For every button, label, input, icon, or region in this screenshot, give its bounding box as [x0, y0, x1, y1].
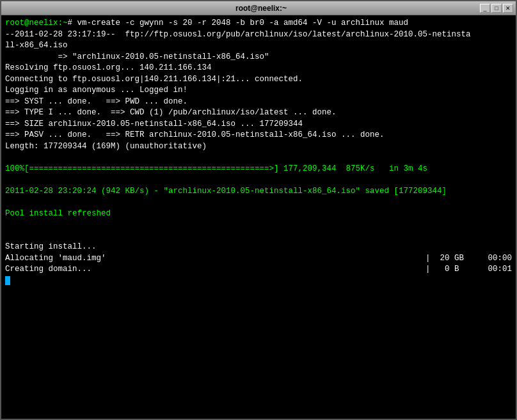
terminal-line: Resolving ftp.osuosl.org... 140.211.166.… [5, 63, 512, 74]
terminal-line: Connecting to ftp.osuosl.org|140.211.166… [5, 74, 512, 86]
terminal-line: ll-x86_64.iso [5, 40, 512, 52]
terminal-cursor-line [5, 276, 512, 287]
close-button[interactable]: ✕ [503, 4, 513, 13]
terminal-line-left: Creating domain... [5, 264, 91, 276]
terminal-cursor [5, 276, 10, 285]
terminal-line: 2011-02-28 23:20:24 (942 KB/s) - "archli… [5, 186, 512, 198]
terminal-allocating-line: Allocating 'maud.img'| 20 GB 00:00 [5, 253, 512, 265]
terminal-line-left: Allocating 'maud.img' [5, 253, 106, 265]
minimize-button[interactable]: _ [480, 4, 490, 13]
terminal-line: => "archlinux-2010.05-netinstall-x86_64.… [5, 52, 512, 63]
window-title: root@neelix:~ [42, 4, 480, 13]
terminal-line: Logging in as anonymous ... Logged in! [5, 85, 512, 97]
terminal-line: ==> PASV ... done. ==> RETR archlinux-20… [5, 130, 512, 141]
terminal-line-right: | 0 B 00:01 [426, 264, 512, 276]
title-bar: root@neelix:~ _ □ ✕ [1, 1, 516, 15]
terminal-body[interactable]: root@neelix:~# vm-create -c gwynn -s 20 … [1, 15, 516, 419]
terminal-pool-refresh: Pool install refreshed [5, 208, 512, 220]
terminal-line: ==> SYST ... done. ==> PWD ... done. [5, 97, 512, 108]
terminal-line: Length: 177209344 (169M) (unauthoritativ… [5, 141, 512, 153]
terminal-creating-line: Creating domain...| 0 B 00:01 [5, 264, 512, 276]
terminal-line-blank [5, 197, 512, 208]
terminal-line: ==> SIZE archlinux-2010.05-netinstall-x8… [5, 119, 512, 130]
terminal-line-blank [5, 219, 512, 231]
maximize-button[interactable]: □ [491, 4, 502, 13]
window-controls: _ □ ✕ [480, 4, 513, 13]
terminal-line: --2011-02-28 23:17:19-- ftp://ftp.osuosl… [5, 29, 512, 41]
prompt-text: root@neelix:~ [5, 19, 68, 27]
terminal-line-blank [5, 175, 512, 186]
terminal-line: ==> TYPE I ... done. ==> CWD (1) /pub/ar… [5, 107, 512, 119]
terminal-progress-line: 100%[===================================… [5, 164, 512, 175]
terminal-line-blank [5, 152, 512, 164]
terminal-line-right: | 20 GB 00:00 [426, 253, 512, 265]
terminal-line-blank [5, 231, 512, 242]
terminal-line: Starting install... [5, 242, 512, 253]
terminal-window: root@neelix:~ _ □ ✕ root@neelix:~# vm-cr… [0, 0, 517, 420]
terminal-line: root@neelix:~# vm-create -c gwynn -s 20 … [5, 18, 512, 29]
